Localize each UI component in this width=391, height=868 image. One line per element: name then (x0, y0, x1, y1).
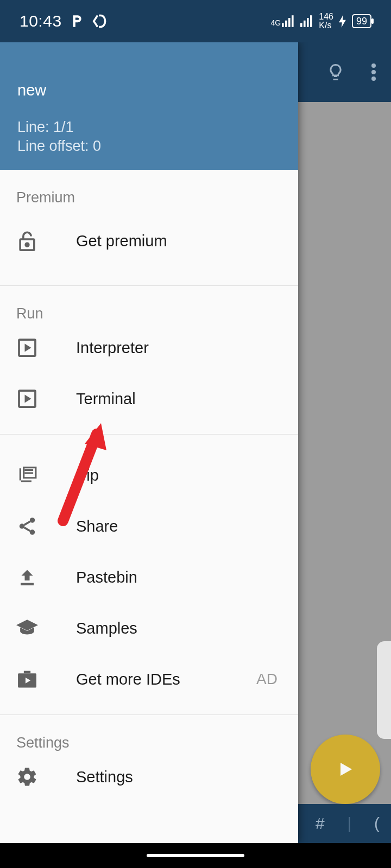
status-time: 10:43 (20, 12, 62, 30)
symbol-hash[interactable]: # (316, 814, 325, 833)
menu-label: Get premium (76, 232, 167, 250)
section-run: Run Interpreter Terminal (0, 286, 298, 435)
status-bar: 10:43 4G 146 K/s 99 (0, 0, 391, 42)
lightbulb-icon[interactable] (326, 62, 345, 82)
svg-rect-2 (288, 18, 291, 27)
status-app-icon-d (91, 14, 106, 29)
drawer-offset-info: Line offset: 0 (17, 137, 281, 156)
drawer-file-title: new (17, 81, 281, 99)
menu-pastebin[interactable]: Pastebin (0, 552, 298, 603)
run-fab[interactable] (311, 735, 380, 804)
menu-label: Samples (76, 620, 137, 637)
graduation-icon (16, 619, 38, 637)
symbol-paren[interactable]: ( (374, 814, 380, 833)
library-icon (16, 465, 38, 486)
menu-interpreter[interactable]: Interpreter (0, 322, 298, 373)
section-tools: Pip Share Pastebin Samples Get more IDEs… (0, 435, 298, 715)
briefcase-play-icon (16, 669, 38, 690)
gesture-pill[interactable] (147, 854, 244, 857)
svg-rect-1 (285, 21, 287, 27)
play-box-icon (16, 389, 38, 409)
menu-pip[interactable]: Pip (0, 450, 298, 501)
section-label-premium: Premium (0, 170, 298, 206)
status-app-icon-p (70, 14, 84, 28)
play-box-icon (16, 338, 38, 358)
svg-rect-5 (304, 21, 306, 27)
share-icon (16, 516, 38, 537)
svg-rect-7 (310, 15, 312, 27)
svg-rect-4 (300, 23, 302, 27)
svg-rect-15 (24, 469, 33, 471)
status-net-speed: 146 K/s (319, 12, 333, 30)
svg-point-8 (371, 63, 376, 68)
svg-point-10 (371, 76, 376, 81)
signal-icon (300, 15, 313, 27)
svg-rect-0 (282, 23, 284, 27)
menu-terminal[interactable]: Terminal (0, 373, 298, 424)
system-nav-bar (0, 843, 391, 868)
menu-label: Share (76, 518, 118, 535)
play-icon (336, 760, 355, 779)
svg-point-12 (26, 243, 29, 246)
svg-rect-20 (21, 583, 34, 586)
navigation-drawer: new Line: 1/1 Line offset: 0 Premium Get… (0, 42, 298, 843)
section-settings: Settings Settings (0, 715, 298, 812)
drawer-header: new Line: 1/1 Line offset: 0 (0, 42, 298, 170)
svg-point-19 (30, 529, 35, 535)
section-label-run: Run (0, 286, 298, 322)
overflow-menu-icon[interactable] (371, 63, 376, 81)
menu-get-premium[interactable]: Get premium (0, 206, 298, 276)
scroll-handle[interactable] (377, 641, 391, 739)
menu-label: Terminal (76, 390, 136, 408)
svg-rect-16 (24, 472, 33, 474)
battery-indicator: 99 (352, 14, 371, 28)
unlock-icon (16, 230, 38, 252)
menu-label: Settings (76, 768, 133, 786)
upload-icon (16, 567, 38, 587)
menu-samples[interactable]: Samples (0, 603, 298, 654)
svg-point-18 (20, 524, 25, 529)
menu-settings[interactable]: Settings (0, 751, 298, 802)
svg-rect-3 (292, 15, 294, 27)
charge-icon (339, 15, 346, 28)
menu-label: Get more IDEs (76, 671, 180, 688)
section-premium: Premium Get premium (0, 170, 298, 286)
menu-more-ides[interactable]: Get more IDEs AD (0, 654, 298, 705)
svg-rect-6 (307, 18, 309, 27)
menu-share[interactable]: Share (0, 501, 298, 552)
svg-point-9 (371, 70, 376, 74)
menu-label: Pip (76, 467, 99, 484)
drawer-line-info: Line: 1/1 (17, 118, 281, 137)
section-label-settings: Settings (0, 715, 298, 751)
menu-label: Pastebin (76, 569, 137, 586)
ad-badge: AD (256, 671, 282, 688)
menu-label: Interpreter (76, 339, 149, 357)
signal-4g-icon: 4G (271, 15, 295, 27)
svg-point-17 (30, 518, 35, 523)
gear-icon (16, 766, 38, 788)
